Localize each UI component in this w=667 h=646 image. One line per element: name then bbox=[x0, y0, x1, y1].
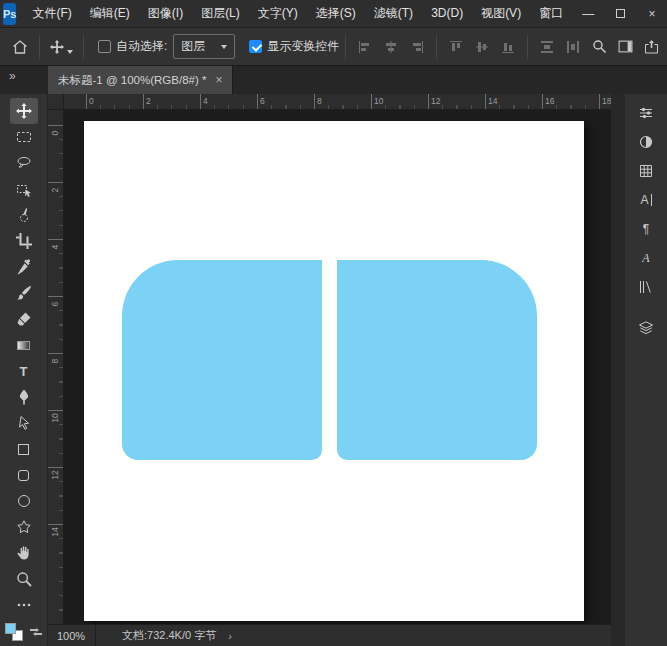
menu-item[interactable]: 滤镜(T) bbox=[365, 0, 422, 27]
auto-select-target-dropdown[interactable]: 图层 bbox=[173, 34, 235, 59]
workspace-button[interactable] bbox=[612, 34, 638, 60]
home-button[interactable] bbox=[7, 34, 33, 60]
tools-panel: T bbox=[0, 94, 48, 646]
paragraph-panel-icon[interactable]: ¶ bbox=[631, 217, 661, 241]
eyedropper-tool[interactable] bbox=[10, 254, 38, 280]
document-size-info: 文档:732.4K/0 字节 bbox=[122, 628, 216, 643]
options-bar: 自动选择: 图层 显示变换控件 bbox=[0, 28, 667, 66]
edit-toolbar-button[interactable] bbox=[10, 592, 38, 618]
rounded-rectangle-tool[interactable] bbox=[10, 462, 38, 488]
tab-close-button[interactable]: × bbox=[215, 73, 222, 87]
grid-icon bbox=[638, 163, 654, 179]
menu-item[interactable]: 视图(V) bbox=[472, 0, 530, 27]
menu-item[interactable]: 编辑(E) bbox=[81, 0, 139, 27]
distribute-horizontal-button[interactable] bbox=[560, 34, 586, 60]
tool-preset-picker[interactable] bbox=[46, 38, 77, 56]
ruler-origin-corner[interactable] bbox=[48, 94, 64, 109]
type-tool[interactable]: T bbox=[10, 358, 38, 384]
menu-item[interactable]: 选择(S) bbox=[307, 0, 365, 27]
maximize-button[interactable] bbox=[604, 0, 636, 27]
workspace-icon bbox=[618, 39, 633, 54]
minimize-button[interactable]: — bbox=[572, 0, 604, 27]
menu-item[interactable]: 文件(F) bbox=[23, 0, 80, 27]
align-bottom-button[interactable] bbox=[495, 34, 521, 60]
lasso-tool[interactable] bbox=[10, 150, 38, 176]
distribute-vertical-button[interactable] bbox=[534, 34, 560, 60]
menu-item[interactable]: 窗口 bbox=[530, 0, 572, 27]
align-center-button[interactable] bbox=[378, 34, 404, 60]
menu-item[interactable]: 图像(I) bbox=[139, 0, 192, 27]
quick-selection-icon bbox=[16, 207, 32, 223]
align-left-button[interactable] bbox=[352, 34, 378, 60]
glyphs-panel-icon[interactable]: A bbox=[631, 246, 661, 270]
ellipse-tool[interactable] bbox=[10, 488, 38, 514]
chevron-down-icon bbox=[67, 50, 73, 54]
ruler-top-label: 0 bbox=[86, 94, 94, 109]
close-button[interactable]: × bbox=[636, 0, 667, 27]
auto-select-checkbox[interactable] bbox=[98, 40, 111, 53]
quick-selection-tool[interactable] bbox=[10, 202, 38, 228]
zoom-level-field[interactable]: 100% bbox=[48, 625, 96, 646]
separator bbox=[345, 35, 346, 59]
ruler-top[interactable]: 024681012141618 bbox=[64, 94, 611, 109]
rounded-rect-right[interactable] bbox=[337, 260, 537, 460]
rectangle-tool[interactable] bbox=[10, 436, 38, 462]
foreground-color-swatch[interactable] bbox=[5, 623, 16, 634]
align-right-button[interactable] bbox=[404, 34, 430, 60]
document-tab[interactable]: 未标题-1 @ 100%(RGB/8#) * × bbox=[48, 66, 233, 94]
libraries-panel-icon[interactable] bbox=[631, 275, 661, 299]
swatches-panel-icon[interactable] bbox=[631, 159, 661, 183]
gradient-icon bbox=[17, 341, 30, 350]
swap-colors-icon[interactable] bbox=[29, 625, 43, 639]
ruler-top-label: 8 bbox=[314, 94, 322, 109]
search-button[interactable] bbox=[586, 34, 612, 60]
ruler-left-label: 2 bbox=[48, 182, 63, 196]
status-menu-chevron[interactable]: › bbox=[228, 630, 232, 642]
rounded-rect-left[interactable] bbox=[122, 260, 322, 460]
toolbar-expand-button[interactable]: » bbox=[0, 66, 48, 94]
ruler-row: 024681012141618 bbox=[48, 94, 611, 110]
layers-panel-icon[interactable] bbox=[631, 316, 661, 340]
brush-tool[interactable] bbox=[10, 280, 38, 306]
auto-select-target-value: 图层 bbox=[181, 38, 205, 55]
ruler-left-label: 6 bbox=[48, 296, 63, 310]
pasteboard[interactable] bbox=[64, 110, 611, 624]
share-button[interactable] bbox=[638, 34, 664, 60]
zoom-tool[interactable] bbox=[10, 566, 38, 592]
direct-selection-tool[interactable] bbox=[10, 410, 38, 436]
foreground-background-swatches-icon[interactable] bbox=[5, 623, 23, 641]
toolbar-bottom-group bbox=[5, 623, 43, 641]
ruler-left-label: 12 bbox=[48, 467, 63, 481]
pen-tool[interactable] bbox=[10, 384, 38, 410]
rectangular-marquee-tool[interactable] bbox=[10, 124, 38, 150]
move-tool[interactable] bbox=[10, 98, 38, 124]
character-glyph: A bbox=[640, 194, 648, 206]
custom-shape-tool[interactable] bbox=[10, 514, 38, 540]
color-panel-icon[interactable] bbox=[631, 130, 661, 154]
menu-item[interactable]: 文字(Y) bbox=[249, 0, 307, 27]
canvas-page[interactable] bbox=[84, 121, 584, 621]
eraser-tool[interactable] bbox=[10, 306, 38, 332]
gradient-tool[interactable] bbox=[10, 332, 38, 358]
hand-tool[interactable] bbox=[10, 540, 38, 566]
show-transform-checkbox[interactable] bbox=[249, 40, 262, 53]
more-dots-icon bbox=[16, 597, 32, 613]
align-top-button[interactable] bbox=[443, 34, 469, 60]
chevron-down-icon bbox=[221, 45, 227, 49]
menu-item[interactable]: 3D(D) bbox=[422, 0, 472, 27]
align-middle-button[interactable] bbox=[469, 34, 495, 60]
menu-item[interactable]: 图层(L) bbox=[192, 0, 249, 27]
object-selection-icon bbox=[16, 181, 32, 197]
ruler-left[interactable]: 02468101214 bbox=[48, 110, 64, 624]
adjustments-panel-icon[interactable] bbox=[631, 101, 661, 125]
photoshop-window: Ps 文件(F) 编辑(E) 图像(I) 图层(L) 文字(Y) 选择(S) 滤… bbox=[0, 0, 667, 646]
separator bbox=[436, 35, 437, 59]
crop-icon bbox=[16, 233, 32, 249]
books-icon bbox=[638, 279, 654, 295]
character-panel-icon[interactable]: A bbox=[631, 188, 661, 212]
ellipse-icon bbox=[18, 495, 30, 507]
crop-tool[interactable] bbox=[10, 228, 38, 254]
object-selection-tool[interactable] bbox=[10, 176, 38, 202]
marquee-icon bbox=[16, 129, 32, 145]
brush-icon bbox=[16, 285, 32, 301]
